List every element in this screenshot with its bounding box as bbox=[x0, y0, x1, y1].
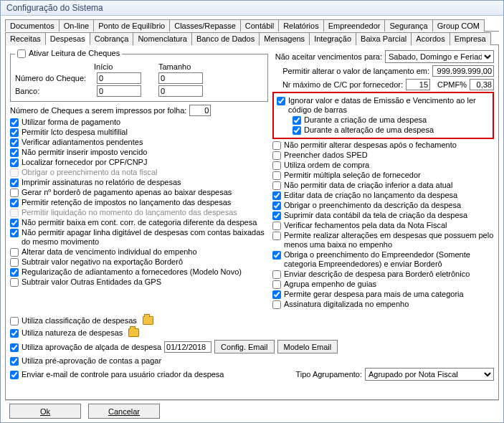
tab-on-line[interactable]: On-line bbox=[59, 19, 94, 32]
lbl-cpmf: CPMF% bbox=[437, 80, 467, 89]
tab-empresa[interactable]: Empresa bbox=[450, 32, 491, 45]
chk-durante-criacao[interactable]: Durante a criação de uma despesa bbox=[293, 115, 490, 125]
btn-config-email[interactable]: Config. Email bbox=[214, 340, 274, 353]
left-chk-3[interactable]: Não permitir inserir imposto vencido bbox=[10, 148, 268, 157]
right-checks: Não permitir alterar despesas após o fec… bbox=[272, 141, 494, 309]
right-chk-1[interactable]: Preencher dados SPED bbox=[272, 151, 494, 160]
inp-aprov-date[interactable] bbox=[164, 341, 211, 353]
tab-documentos[interactable]: Documentos bbox=[5, 19, 60, 32]
inp-permitir-alterar[interactable] bbox=[432, 65, 494, 77]
left-chk-5: Obrigar o preenchimento da nota fiscal bbox=[10, 168, 268, 177]
chk-aprov-alcada[interactable]: Utiliza aprovação de alçada de despesa bbox=[10, 343, 161, 352]
inp-num-cheque-ini[interactable] bbox=[97, 72, 141, 84]
right-top: Não aceitar vencimentos para: Sabado, Do… bbox=[272, 50, 494, 90]
tab-receitas[interactable]: Receitas bbox=[5, 32, 46, 45]
button-row: Ok Cancelar bbox=[5, 400, 499, 422]
left-chk-2[interactable]: Verificar adiantamentos pendentes bbox=[10, 138, 268, 147]
left-checks: Utilizar forma de pagamentoPermitir lcto… bbox=[10, 118, 268, 287]
right-chk-14[interactable]: Assinatura digitalizada no empenho bbox=[272, 300, 494, 309]
left-chk-6[interactable]: Imprimir assinaturas no relatório de des… bbox=[10, 178, 268, 187]
tab-ponto-de-equil-brio[interactable]: Ponto de Equilíbrio bbox=[93, 19, 170, 32]
left-chk-12[interactable]: Alterar data de vencimento individual do… bbox=[10, 247, 268, 257]
right-chk-8[interactable]: Verificar fechamentos pela data da Nota … bbox=[272, 221, 494, 230]
right-chk-6[interactable]: Obrigar o preenchimento da descrição da … bbox=[272, 201, 494, 210]
right-chk-13[interactable]: Permite gerar despesa para mais de uma c… bbox=[272, 290, 494, 299]
right-chk-12[interactable]: Agrupa empenho de guias bbox=[272, 280, 494, 289]
tabs-row-1: DocumentosOn-linePonto de EquilíbrioClas… bbox=[5, 19, 499, 32]
cheque-group: Ativar Leitura de Cheques Início Tamanho… bbox=[10, 48, 268, 102]
left-chk-10[interactable]: Não permitir baixa em cont. corr. de cat… bbox=[10, 218, 268, 227]
left-chk-11[interactable]: Não permitir apagar linha digitável de d… bbox=[10, 228, 268, 247]
inp-banco-ini[interactable] bbox=[97, 85, 141, 97]
tab-nomenclatura[interactable]: Nomenclatura bbox=[133, 32, 191, 45]
tab-mensagens[interactable]: Mensagens bbox=[259, 32, 310, 45]
right-chk-4[interactable]: Não permitir data de criação inferior a … bbox=[272, 181, 494, 190]
chk-natureza-despesas[interactable]: Utiliza natureza de despesas bbox=[10, 328, 123, 338]
lbl-cheques-folha: Número de Cheques a serem impressos por … bbox=[10, 106, 186, 115]
tab-empreendedor[interactable]: Empreendedor bbox=[323, 19, 386, 32]
tab-baixa-parcial[interactable]: Baixa Parcial bbox=[356, 32, 412, 45]
left-chk-13[interactable]: Subtrair valor negativo na exportação Bo… bbox=[10, 257, 268, 267]
cancel-button[interactable]: Cancelar bbox=[88, 404, 160, 419]
tab-acordos[interactable]: Acordos bbox=[411, 32, 450, 45]
folder-icon[interactable] bbox=[143, 316, 153, 325]
tab-integra-o[interactable]: Integração bbox=[309, 32, 356, 45]
content: DocumentosOn-linePonto de EquilíbrioClas… bbox=[1, 16, 503, 423]
inp-nr-max-cc[interactable] bbox=[406, 79, 430, 90]
chk-enviar-email-controle[interactable]: Enviar e-mail de controle para usuário c… bbox=[10, 370, 224, 379]
sel-tipo-agrupamento[interactable]: Agrupado por Nota Fiscal bbox=[365, 368, 494, 381]
inp-banco-tam[interactable] bbox=[158, 85, 203, 97]
right-chk-9[interactable]: Permite realizar alterações em despesas … bbox=[272, 231, 494, 249]
tab-seguran-a[interactable]: Segurança bbox=[384, 19, 432, 32]
right-chk-2[interactable]: Utiliza ordem de compra bbox=[272, 161, 494, 170]
left-chk-0[interactable]: Utilizar forma de pagamento bbox=[10, 118, 268, 127]
btn-modelo-email[interactable]: Modelo Email bbox=[277, 340, 338, 353]
bottom-area: Utiliza classificação de despesas Utiliz… bbox=[10, 313, 494, 381]
lbl-tipo-agrupamento: Tipo Agrupamento: bbox=[295, 370, 362, 379]
lbl-inicio: Início bbox=[94, 62, 137, 71]
chk-durante-alteracao[interactable]: Durante a alteração de uma despesa bbox=[293, 125, 490, 135]
left-chk-1[interactable]: Permitir lcto despesa multifilial bbox=[10, 128, 268, 137]
ok-button[interactable]: Ok bbox=[9, 404, 81, 419]
inp-num-cheque-tam[interactable] bbox=[158, 72, 203, 84]
titlebar: Configuração do Sistema bbox=[1, 1, 503, 16]
right-chk-7[interactable]: Suprimir data contábil da tela de criaçã… bbox=[272, 211, 494, 220]
tab-classes-repasse[interactable]: Classes/Repasse bbox=[169, 19, 241, 32]
chk-ativar-leitura-cheques[interactable]: Ativar Leitura de Cheques bbox=[17, 49, 120, 58]
inp-cpmf[interactable] bbox=[470, 79, 494, 90]
tab-group-com[interactable]: Group COM bbox=[432, 19, 485, 32]
lbl-nr-max-cc: Nr máximo de C/C por fornecedor: bbox=[282, 80, 403, 89]
form-area: Ativar Leitura de Cheques Início Tamanho… bbox=[5, 45, 499, 400]
left-chk-15[interactable]: Subtrair valor Outras Entidades da GPS bbox=[10, 277, 268, 287]
window-title: Configuração do Sistema bbox=[6, 3, 103, 13]
lbl-banco: Banco: bbox=[15, 87, 94, 95]
left-chk-9: Permitir liquidação no momento do lançam… bbox=[10, 208, 268, 217]
chk-classif-despesas[interactable]: Utiliza classificação de despesas bbox=[10, 316, 137, 325]
tabs-row-2: ReceitasDespesasCobrançaNomenclaturaBanc… bbox=[5, 32, 499, 45]
right-chk-10[interactable]: Obriga o preenchimento do Empreendedor (… bbox=[272, 250, 494, 269]
lbl-permitir-alterar: Permitir alterar o valor de lançamento e… bbox=[282, 67, 429, 75]
sel-nao-aceitar-venc[interactable]: Sabado, Domingo e Feriado bbox=[385, 50, 494, 63]
left-chk-8[interactable]: Permitir retenção de impostos no lançame… bbox=[10, 198, 268, 207]
tab-banco-de-dados[interactable]: Banco de Dados bbox=[191, 32, 260, 45]
chk-pre-aprov[interactable]: Utiliza pré-aprovação de contas a pagar bbox=[10, 356, 161, 366]
right-chk-11[interactable]: Enviar descrição de despesa para Borderô… bbox=[272, 270, 494, 279]
tab-cobran-a[interactable]: Cobrança bbox=[90, 32, 134, 45]
folder-icon[interactable] bbox=[128, 328, 139, 337]
right-chk-5[interactable]: Editar data de criação no lançamento da … bbox=[272, 191, 494, 200]
inp-cheques-folha[interactable] bbox=[189, 105, 211, 116]
lbl-nao-aceitar-venc: Não aceitar vencimentos para: bbox=[275, 52, 382, 61]
tab-cont-bil[interactable]: Contábil bbox=[240, 19, 279, 32]
tab-despesas[interactable]: Despesas bbox=[45, 32, 90, 45]
left-chk-7[interactable]: Gerar nº borderô de pagamento apenas ao … bbox=[10, 188, 268, 197]
emph-box: Ignorar valor e datas de Emissão e Venci… bbox=[272, 92, 494, 139]
system-config-window: Configuração do Sistema DocumentosOn-lin… bbox=[0, 0, 504, 423]
tab-relat-rios[interactable]: Relatórios bbox=[278, 19, 324, 32]
chk-ignorar-valor-datas[interactable]: Ignorar valor e datas de Emissão e Venci… bbox=[277, 96, 490, 115]
left-chk-14[interactable]: Regularização de adiantamento a forneced… bbox=[10, 267, 268, 277]
right-chk-0[interactable]: Não permitir alterar despesas após o fec… bbox=[272, 141, 494, 150]
lbl-numero-cheque: Número do Cheque: bbox=[15, 74, 94, 82]
right-chk-3[interactable]: Permitir múltipla seleção de fornecedor bbox=[272, 171, 494, 180]
left-chk-4[interactable]: Localizar fornecedor por CPF/CNPJ bbox=[10, 158, 268, 167]
left-column: Ativar Leitura de Cheques Início Tamanho… bbox=[10, 48, 268, 309]
